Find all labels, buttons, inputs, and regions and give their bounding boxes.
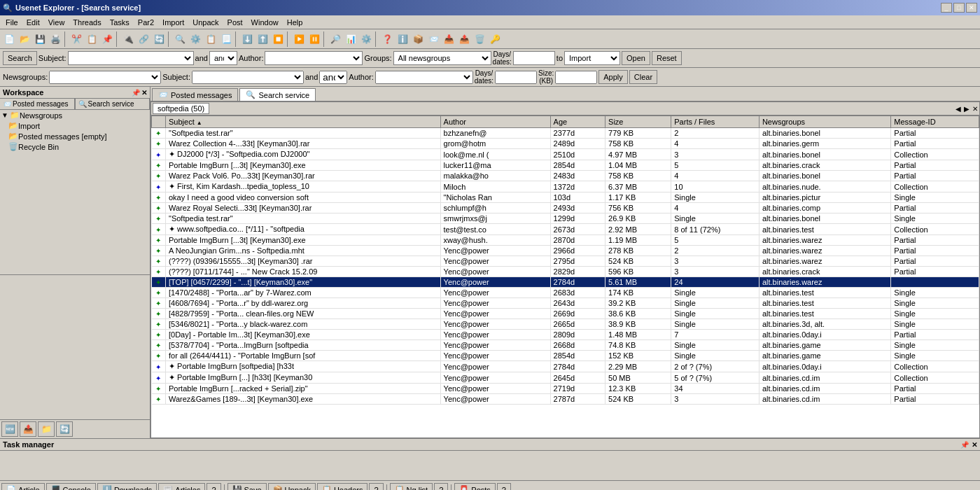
menu-post[interactable]: Post: [223, 17, 247, 28]
tb-open[interactable]: 📂: [17, 31, 32, 47]
tb-new[interactable]: 📄: [1, 31, 17, 47]
days-input1[interactable]: [513, 51, 555, 65]
tb-help[interactable]: ❓: [379, 31, 395, 47]
menu-help[interactable]: Help: [283, 17, 307, 28]
tab-save[interactable]: 💾 Save: [227, 483, 267, 491]
tb-print[interactable]: 🖨️: [48, 31, 63, 47]
table-row[interactable]: ✦ Portable ImgBurn [...3t] [Keyman30].ex…: [152, 160, 979, 171]
table-row[interactable]: ✦ ✦ DJ2000 [*/3] - "Softpedia.com DJ2000…: [152, 149, 979, 160]
tb-misc4[interactable]: 📤: [456, 31, 472, 47]
tb-misc1[interactable]: 📦: [410, 31, 426, 47]
menu-tasks[interactable]: Tasks: [106, 17, 134, 28]
panel-tab-posted[interactable]: 📨 Posted messages: [152, 88, 238, 101]
table-row[interactable]: ✦ (????) (09396/15555...3t] [Keyman30] .…: [152, 256, 979, 267]
table-row[interactable]: ✦ Portable ImgBurn [...racked + Serial].…: [152, 384, 979, 394]
table-row[interactable]: ✦ "Softpedia test.rar" smwrjmxs@j 1299d …: [152, 214, 979, 224]
close-button[interactable]: ✕: [966, 3, 977, 13]
groups-select[interactable]: All newsgroups: [393, 51, 491, 65]
open-button[interactable]: Open: [622, 51, 650, 65]
menu-threads[interactable]: Threads: [69, 17, 105, 28]
tab-help4[interactable]: ?: [497, 483, 511, 491]
import-select[interactable]: Import: [564, 51, 620, 65]
results-table[interactable]: Subject ▲ Author Age Size Parts / Files …: [151, 115, 979, 438]
ws-refresh-btn[interactable]: 🔄: [56, 421, 73, 437]
subject-select2[interactable]: [192, 71, 304, 84]
table-row[interactable]: ✦ "Softpedia test.rar" bzhzanefn@ 2377d …: [152, 128, 979, 139]
task-manager-close[interactable]: ✕: [972, 441, 977, 449]
search-service-tab[interactable]: 🔍 Search service: [75, 99, 150, 109]
tb-zoom[interactable]: 🔎: [328, 31, 343, 47]
clear-button[interactable]: Clear: [629, 70, 657, 84]
newsgroups-item[interactable]: ▼ 📁 Newsgroups: [0, 110, 150, 120]
title-bar-controls[interactable]: _ □ ✕: [941, 3, 977, 13]
tb-disconnect[interactable]: 🔗: [136, 31, 151, 47]
menu-unpack[interactable]: Unpack: [188, 17, 223, 28]
tb-upload[interactable]: ⬆️: [255, 31, 270, 47]
tab-headers[interactable]: 📋 Headers: [317, 483, 368, 491]
table-row[interactable]: ✦ [4828/7959] - "Porta... clean-files.or…: [152, 309, 979, 319]
tb-refresh[interactable]: 🔄: [151, 31, 167, 47]
tab-console[interactable]: 🖥️ Console: [46, 483, 96, 491]
tb-about[interactable]: ℹ️: [395, 31, 410, 47]
tb-paste[interactable]: 📌: [99, 31, 115, 47]
tab-posts[interactable]: 📮 Posts: [454, 483, 496, 491]
col-msgid[interactable]: Message-ID: [891, 116, 979, 128]
tab-nglist[interactable]: 📋 Ng.list: [390, 483, 433, 491]
col-icon[interactable]: [152, 116, 166, 128]
tb-misc2[interactable]: 📨: [426, 31, 441, 47]
table-row[interactable]: ✦ ✦ www.softpedia.co... [*/11] - "softpe…: [152, 224, 979, 235]
import-item[interactable]: 📂 Import: [0, 120, 150, 131]
tb-search[interactable]: 🔍: [172, 31, 188, 47]
workspace-pin[interactable]: 📌: [132, 89, 140, 97]
table-row[interactable]: ✦ Warez Royal Selecti...33t] [Keyman30].…: [152, 203, 979, 214]
table-row[interactable]: ✦ [0Day] - Portable Im...3t] [Keyman30].…: [152, 330, 979, 340]
table-row[interactable]: ✦ [TOP] [0457/2299] - "...t] [Keyman30].…: [152, 277, 979, 288]
tb-properties[interactable]: 📊: [343, 31, 358, 47]
tab-articles[interactable]: 📰 Articles: [158, 483, 205, 491]
days-input2[interactable]: [495, 71, 537, 84]
menu-edit[interactable]: Edit: [22, 17, 44, 28]
menu-window[interactable]: Window: [247, 17, 283, 28]
apply-button[interactable]: Apply: [598, 70, 628, 84]
table-row[interactable]: ✦ [1470/2488] - "Porta...ar" by 7-Warez.…: [152, 288, 979, 298]
posted-messages-tab[interactable]: 📨 Posted messages: [0, 99, 75, 109]
and-select1[interactable]: and: [209, 51, 237, 65]
reset-button[interactable]: Reset: [652, 51, 682, 65]
tb-copy[interactable]: 📋: [84, 31, 99, 47]
tb-play[interactable]: ▶️: [291, 31, 307, 47]
col-parts[interactable]: Parts / Files: [671, 116, 760, 128]
newsgroups-select[interactable]: [49, 71, 161, 84]
nav-next[interactable]: ▶: [964, 105, 969, 113]
table-row[interactable]: ✦ [5378/7704] - "Porta...ImgBurn [softpe…: [152, 340, 979, 351]
table-row[interactable]: ✦ for all (2644/4411) - "Portable ImgBur…: [152, 351, 979, 361]
panel-tab-search[interactable]: 🔍 Search service: [239, 88, 316, 101]
tb-filter[interactable]: ⚙️: [188, 31, 203, 47]
tab-help3[interactable]: ?: [434, 483, 448, 491]
content-close[interactable]: ✕: [972, 105, 978, 113]
menu-par2[interactable]: Par2: [134, 17, 158, 28]
author-select1[interactable]: [265, 51, 363, 65]
maximize-button[interactable]: □: [953, 3, 965, 13]
tb-list2[interactable]: 📃: [218, 31, 234, 47]
col-size[interactable]: Size: [606, 116, 671, 128]
tb-misc3[interactable]: 📥: [441, 31, 456, 47]
tb-save[interactable]: 💾: [32, 31, 48, 47]
menu-view[interactable]: View: [44, 17, 69, 28]
table-row[interactable]: ✦ A NeoJungian Grim...ns - Softpedia.mht…: [152, 246, 979, 256]
tab-article[interactable]: 📄 Article: [1, 483, 45, 491]
col-subject[interactable]: Subject ▲: [166, 116, 441, 128]
ws-up-btn[interactable]: 📤: [20, 421, 36, 437]
tb-pause[interactable]: ⏸️: [307, 31, 322, 47]
col-age[interactable]: Age: [550, 116, 606, 128]
tab-downloads[interactable]: ⬇️ Downloads: [97, 483, 157, 491]
recycle-bin-item[interactable]: 🗑️ Recycle Bin: [0, 141, 150, 152]
menu-import[interactable]: Import: [158, 17, 188, 28]
table-row[interactable]: ✦ [5346/8021] - "Porta...y black-warez.c…: [152, 319, 979, 330]
size-input[interactable]: [555, 71, 597, 84]
table-row[interactable]: ✦ Warez Pack Vol6. Po...33t] [Keyman30].…: [152, 171, 979, 181]
tb-connect[interactable]: 🔌: [120, 31, 136, 47]
ws-folder-btn[interactable]: 📁: [38, 421, 55, 437]
table-row[interactable]: ✦ (????) [0711/1744] - ..." New Crack 15…: [152, 267, 979, 277]
tb-settings[interactable]: ⚙️: [358, 31, 374, 47]
author-select2[interactable]: [375, 71, 473, 84]
